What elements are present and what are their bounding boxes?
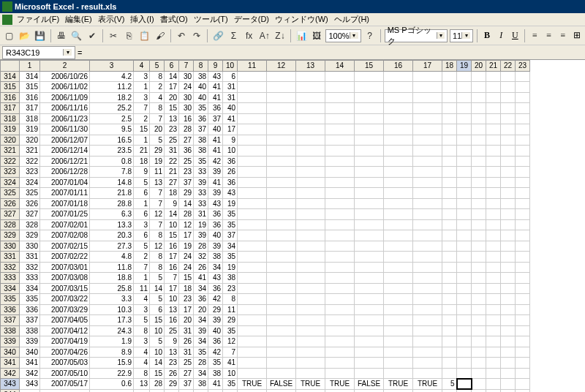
cell-r334c7[interactable]: 18 (179, 283, 194, 294)
cell-r315c12[interactable] (267, 82, 296, 93)
cell-r339c10[interactable]: 12 (223, 336, 238, 347)
cell-r344c16[interactable] (384, 389, 413, 392)
cell-r327c16[interactable] (384, 209, 413, 220)
cell-r334c18[interactable] (442, 283, 457, 294)
row-header-334[interactable]: 334 (1, 283, 20, 294)
cell-r343c17[interactable]: TRUE (413, 379, 442, 390)
menu-window[interactable]: ウィンドウ(W) (275, 14, 328, 25)
cell-r323c2[interactable]: 2006/12/28 (40, 167, 90, 178)
cell-r337c19[interactable] (457, 315, 472, 326)
cell-r333c4[interactable]: 1 (134, 273, 150, 284)
cell-r323c12[interactable] (267, 167, 296, 178)
cell-r335c8[interactable]: 36 (194, 294, 208, 305)
cell-r344c17[interactable] (413, 389, 442, 392)
cell-r341c5[interactable]: 14 (150, 358, 165, 369)
cell-r340c12[interactable] (267, 347, 296, 358)
cell-r338c21[interactable] (486, 325, 501, 336)
cell-r337c21[interactable] (486, 315, 501, 326)
cell-r338c23[interactable] (516, 325, 530, 336)
cell-r314c5[interactable]: 8 (150, 71, 165, 82)
cell-r327c10[interactable]: 35 (223, 209, 238, 220)
cell-r326c21[interactable] (486, 198, 501, 209)
col-header-5[interactable]: 5 (150, 61, 165, 72)
cell-r332c14[interactable] (325, 262, 355, 273)
cell-r330c22[interactable] (501, 241, 516, 252)
cell-r328c2[interactable]: 2007/02/01 (40, 219, 90, 230)
cell-r318c7[interactable]: 16 (179, 113, 194, 124)
cell-r328c4[interactable]: 3 (134, 219, 150, 230)
cell-r322c11[interactable] (238, 156, 267, 167)
cell-r326c18[interactable] (442, 198, 457, 209)
cell-r333c8[interactable]: 41 (194, 273, 208, 284)
cell-r331c10[interactable]: 35 (223, 252, 238, 263)
cell-r329c8[interactable]: 39 (194, 230, 208, 241)
cell-r336c13[interactable] (296, 304, 325, 315)
cell-r333c11[interactable] (238, 273, 267, 284)
cell-r329c3[interactable]: 20.3 (90, 230, 134, 241)
cell-r331c23[interactable] (516, 252, 530, 263)
cell-r328c22[interactable] (501, 219, 516, 230)
cell-r316c21[interactable] (486, 92, 501, 103)
cell-r326c16[interactable] (384, 198, 413, 209)
cell-r315c8[interactable]: 40 (194, 82, 208, 93)
cell-r318c4[interactable]: 2 (134, 113, 150, 124)
cell-r322c20[interactable] (472, 156, 486, 167)
bold-button[interactable]: B (481, 29, 493, 42)
cell-r334c3[interactable]: 25.8 (90, 283, 134, 294)
cell-r318c10[interactable]: 41 (223, 113, 238, 124)
col-header-6[interactable]: 6 (165, 61, 179, 72)
cell-r317c6[interactable]: 15 (165, 103, 179, 114)
cell-r315c19[interactable] (457, 82, 472, 93)
cell-r343c1[interactable]: 343 (20, 379, 40, 390)
cell-r334c20[interactable] (472, 283, 486, 294)
row-header-317[interactable]: 317 (1, 103, 20, 114)
cell-r317c18[interactable] (442, 103, 457, 114)
cell-r332c18[interactable] (442, 262, 457, 273)
cell-r320c14[interactable] (325, 135, 355, 146)
cell-r340c16[interactable] (384, 347, 413, 358)
cell-r327c8[interactable]: 31 (194, 209, 208, 220)
cell-r344c14[interactable] (325, 389, 355, 392)
cell-r344c3[interactable] (90, 389, 134, 392)
cell-r333c21[interactable] (486, 273, 501, 284)
cell-r332c22[interactable] (501, 262, 516, 273)
cell-r320c13[interactable] (296, 135, 325, 146)
cell-r325c16[interactable] (384, 188, 413, 199)
cell-r314c2[interactable]: 2006/10/26 (40, 71, 90, 82)
cell-r330c15[interactable] (355, 241, 384, 252)
cell-r336c16[interactable] (384, 304, 413, 315)
cell-r344c1[interactable] (20, 389, 40, 392)
cell-r327c5[interactable]: 12 (150, 209, 165, 220)
cell-r342c4[interactable]: 8 (134, 368, 150, 379)
cell-r316c14[interactable] (325, 92, 355, 103)
cell-r323c11[interactable] (238, 167, 267, 178)
cell-r344c4[interactable] (134, 389, 150, 392)
cell-r325c1[interactable]: 325 (20, 188, 40, 199)
row-header-325[interactable]: 325 (1, 188, 20, 199)
cell-r337c22[interactable] (501, 315, 516, 326)
cell-r328c18[interactable] (442, 219, 457, 230)
cell-r314c22[interactable] (501, 71, 516, 82)
cell-r314c1[interactable]: 314 (20, 71, 40, 82)
cell-r337c12[interactable] (267, 315, 296, 326)
cell-r329c7[interactable]: 17 (179, 230, 194, 241)
cell-r332c8[interactable]: 26 (194, 262, 208, 273)
row-header-315[interactable]: 315 (1, 82, 20, 93)
cell-r320c23[interactable] (516, 135, 530, 146)
cell-r318c5[interactable]: 7 (150, 113, 165, 124)
cell-r343c5[interactable]: 28 (150, 379, 165, 390)
cell-r326c3[interactable]: 28.8 (90, 198, 134, 209)
cell-r335c6[interactable]: 10 (165, 294, 179, 305)
cell-r318c18[interactable] (442, 113, 457, 124)
cell-r342c11[interactable] (238, 368, 267, 379)
cell-r318c21[interactable] (486, 113, 501, 124)
underline-button[interactable]: U (509, 29, 521, 42)
cell-r321c11[interactable] (238, 146, 267, 157)
cell-r329c16[interactable] (384, 230, 413, 241)
cell-r320c9[interactable]: 41 (208, 135, 223, 146)
cell-r336c7[interactable]: 17 (179, 304, 194, 315)
cell-r320c10[interactable]: 9 (223, 135, 238, 146)
cell-r335c1[interactable]: 335 (20, 294, 40, 305)
col-header-1[interactable]: 1 (20, 61, 40, 72)
cell-r331c18[interactable] (442, 252, 457, 263)
